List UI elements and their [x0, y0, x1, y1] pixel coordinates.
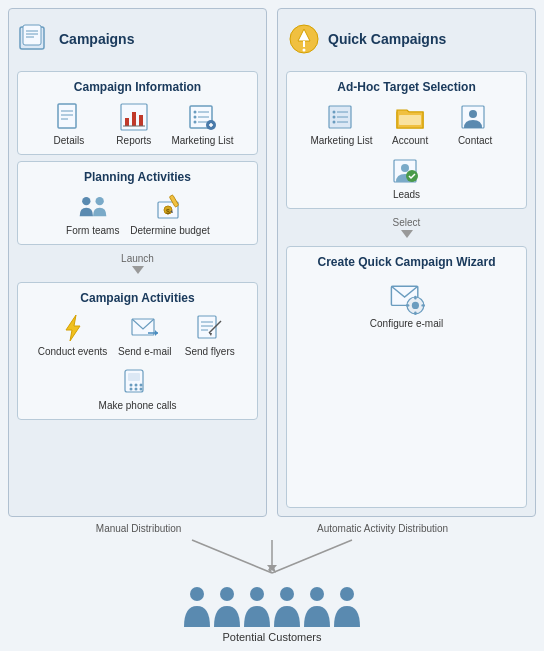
svg-text:$: $	[166, 208, 170, 216]
form-teams-item[interactable]: Form teams	[65, 192, 120, 236]
svg-point-44	[135, 384, 138, 387]
planning-grid: Form teams $ Determine budget	[26, 192, 249, 236]
configure-email-label: Configure e-mail	[370, 318, 443, 329]
determine-budget-item[interactable]: $ Determine budget	[130, 192, 210, 236]
planning-title: Planning Activities	[26, 170, 249, 184]
campaign-info-grid: Details Reports	[26, 102, 249, 146]
adhoc-leads-label: Leads	[393, 189, 420, 200]
details-item[interactable]: Details	[41, 102, 96, 146]
svg-rect-60	[399, 115, 421, 125]
chart-icon	[119, 102, 149, 132]
adhoc-contact-item[interactable]: Contact	[448, 102, 503, 146]
conduct-events-item[interactable]: Conduct events	[38, 313, 108, 357]
quick-campaigns-icon	[286, 21, 322, 57]
campaign-activities-grid: Conduct events Send e-mail	[26, 313, 249, 411]
campaign-info-title: Campaign Information	[26, 80, 249, 94]
adhoc-leads-item[interactable]: Leads	[379, 156, 434, 200]
select-arrow: Select	[286, 217, 527, 238]
reports-label: Reports	[116, 135, 151, 146]
svg-rect-11	[132, 112, 136, 126]
launch-arrow-down	[132, 266, 144, 274]
launch-arrow: Launch	[17, 253, 258, 274]
send-email-label: Send e-mail	[118, 346, 171, 357]
top-section: Campaigns Campaign Information Details	[8, 8, 536, 517]
svg-rect-42	[128, 373, 140, 381]
select-label: Select	[393, 217, 421, 228]
leads-icon	[392, 156, 422, 186]
svg-point-80	[220, 587, 234, 601]
svg-rect-70	[414, 311, 416, 315]
adhoc-marketing-list-label: Marketing List	[310, 135, 372, 146]
adhoc-grid: Marketing List Account	[295, 102, 518, 200]
marketing-list-item[interactable]: Marketing List	[171, 102, 233, 146]
svg-point-58	[332, 121, 335, 124]
adhoc-marketing-list-item[interactable]: Marketing List	[310, 102, 372, 146]
potential-customers-label: Potential Customers	[222, 631, 321, 643]
wizard-box: Create Quick Campaign Wizard	[286, 246, 527, 508]
quick-campaigns-header: Quick Campaigns	[286, 17, 527, 65]
make-phone-calls-label: Make phone calls	[99, 400, 177, 411]
select-arrow-down	[401, 230, 413, 238]
quick-campaigns-title: Quick Campaigns	[328, 31, 446, 47]
planning-box: Planning Activities Form teams	[17, 161, 258, 245]
automatic-distribution-label: Automatic Activity Distribution	[317, 523, 448, 534]
svg-point-46	[130, 388, 133, 391]
launch-label: Launch	[121, 253, 154, 264]
svg-rect-5	[58, 104, 76, 128]
adhoc-box: Ad-Hoc Target Selection Ma	[286, 71, 527, 209]
bottom-labels: Manual Distribution Automatic Activity D…	[8, 523, 536, 534]
svg-rect-10	[125, 118, 129, 126]
account-icon	[395, 102, 425, 132]
send-flyers-item[interactable]: Send flyers	[182, 313, 237, 357]
svg-point-62	[469, 110, 477, 118]
svg-point-64	[401, 164, 409, 172]
svg-rect-71	[405, 304, 409, 306]
svg-point-19	[193, 121, 196, 124]
manual-distribution-label: Manual Distribution	[96, 523, 182, 534]
send-flyers-label: Send flyers	[185, 346, 235, 357]
svg-line-73	[192, 540, 272, 573]
details-label: Details	[54, 135, 85, 146]
svg-point-45	[140, 384, 143, 387]
configure-email-icon	[389, 279, 425, 315]
svg-point-84	[340, 587, 354, 601]
svg-point-17	[193, 116, 196, 119]
svg-point-52	[303, 49, 306, 52]
form-teams-label: Form teams	[66, 225, 119, 236]
svg-point-48	[140, 388, 143, 391]
reports-item[interactable]: Reports	[106, 102, 161, 146]
make-phone-calls-item[interactable]: Make phone calls	[99, 367, 177, 411]
campaign-activities-box: Campaign Activities Conduct events	[17, 282, 258, 420]
configure-email-item[interactable]: Configure e-mail	[370, 279, 443, 329]
svg-rect-35	[198, 316, 216, 338]
campaign-info-box: Campaign Information Details	[17, 71, 258, 155]
determine-budget-label: Determine budget	[130, 225, 210, 236]
svg-marker-31	[66, 315, 80, 341]
wizard-title: Create Quick Campaign Wizard	[295, 255, 518, 269]
conduct-events-label: Conduct events	[38, 346, 108, 357]
campaigns-header: Campaigns	[17, 17, 258, 65]
send-email-item[interactable]: Send e-mail	[117, 313, 172, 357]
phone-icon	[122, 367, 152, 397]
contact-icon	[460, 102, 490, 132]
list-icon	[188, 102, 218, 132]
bottom-section: Manual Distribution Automatic Activity D…	[8, 517, 536, 643]
svg-point-56	[332, 116, 335, 119]
document-icon	[54, 102, 84, 132]
svg-point-15	[193, 111, 196, 114]
budget-icon: $	[155, 192, 185, 222]
campaigns-title: Campaigns	[59, 31, 134, 47]
quick-campaigns-panel: Quick Campaigns Ad-Hoc Target Selection	[277, 8, 536, 517]
wizard-grid: Configure e-mail	[295, 279, 518, 329]
svg-point-68	[411, 302, 418, 309]
adhoc-title: Ad-Hoc Target Selection	[295, 80, 518, 94]
adhoc-account-item[interactable]: Account	[383, 102, 438, 146]
campaigns-icon	[17, 21, 53, 57]
people-svg	[182, 582, 362, 627]
svg-point-54	[332, 111, 335, 114]
flyer-icon	[195, 313, 225, 343]
svg-point-81	[250, 587, 264, 601]
adhoc-account-label: Account	[392, 135, 428, 146]
svg-marker-34	[155, 330, 158, 336]
converging-arrows	[122, 538, 422, 578]
